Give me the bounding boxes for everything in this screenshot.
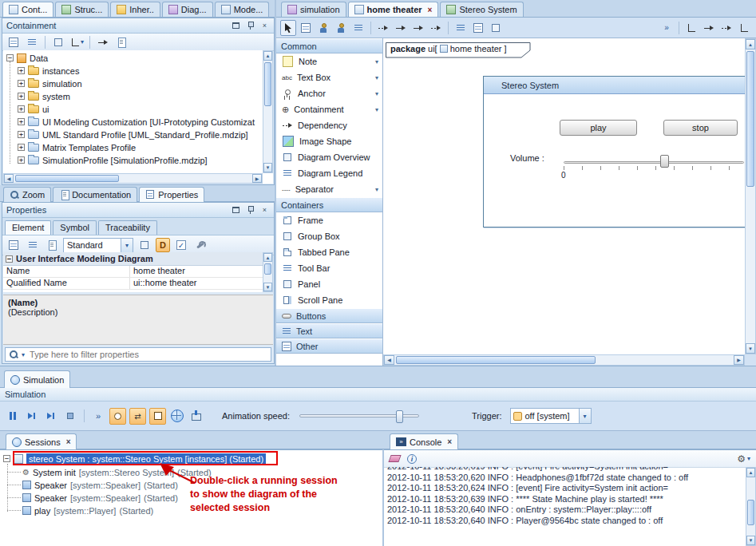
session-root-row[interactable]: − stereo System : system::Stereo System … [3,453,266,465]
expand-toggle-icon[interactable]: + [18,80,25,87]
sort-alphabetically-icon[interactable] [25,237,41,253]
oblique-path-button[interactable] [701,20,717,36]
property-row-name[interactable]: Name home theater [3,266,263,278]
table-button[interactable] [298,20,314,36]
close-tab-icon[interactable]: × [428,6,433,14]
bezier-path-button[interactable] [718,20,734,36]
expand-toggle-icon[interactable]: + [18,156,25,164]
tab-symbol[interactable]: Symbol [53,220,97,235]
chevron-down-icon[interactable]: ▾ [121,239,133,252]
tree-item-data[interactable]: − Data [6,52,48,64]
grid-button[interactable] [470,20,486,36]
palette-item-tabbed-pane[interactable]: Tabbed Pane [276,244,382,260]
form-view-icon[interactable] [44,237,60,253]
tab-zoom[interactable]: Zoom [3,187,51,202]
palette-item-diagram-overview[interactable]: Diagram Overview [276,149,382,165]
session-child-play[interactable]: play [system::Player] (Started) [22,504,153,516]
auto-open-diagram-toggle-button[interactable]: ⇄ [129,408,146,425]
chevron-down-icon[interactable]: ▾ [375,58,378,65]
tree-item-simulation[interactable]: +simulation [18,77,82,89]
expand-toggle-icon[interactable]: + [18,93,25,100]
close-tab-icon[interactable]: × [66,437,71,446]
tree-vertical-scrollbar[interactable]: ▲ ▼ [263,50,273,173]
scroll-thumb[interactable] [264,62,271,106]
palette-group-buttons[interactable]: Buttons [276,308,382,323]
collapse-toggle-icon[interactable]: − [6,54,14,61]
clear-console-icon[interactable] [388,455,401,462]
trigger-combo[interactable]: off [system] ▾ [510,408,592,424]
tree-item-ui[interactable]: +ui [18,103,49,115]
chevron-down-icon[interactable]: ▾ [375,90,378,97]
palette-item-panel[interactable]: Panel [276,276,382,292]
tab-diagram-simulation[interactable]: simulation [281,2,346,17]
show-options-icon[interactable] [24,34,40,50]
dependency-button[interactable] [375,20,391,36]
scroll-thumb[interactable] [396,356,596,364]
tab-console[interactable]: » Console × [390,433,458,449]
palette-item-anchor[interactable]: Anchor▾ [276,85,382,101]
stop-button[interactable]: stop [663,120,738,136]
close-icon[interactable]: × [259,21,270,31]
scroll-thumb[interactable] [747,500,754,525]
association-button[interactable] [393,20,409,36]
diagram-canvas[interactable]: package ui[ home theater ] Stereo System… [383,38,745,354]
scroll-down-button[interactable]: ▼ [263,283,272,291]
tab-inheritance[interactable]: Inher.. [110,2,160,17]
tab-documentation[interactable]: Documentation [53,187,137,202]
tab-containment[interactable]: Cont... [2,2,53,17]
canvas-horizontal-scrollbar[interactable]: ◀ ▶ [383,354,745,366]
more-tools-button[interactable]: » [659,20,675,36]
info-icon[interactable]: i [407,454,417,464]
tree-item-ui-modeling-customization[interactable]: +UI Modeling Customization [UI-Prototypi… [18,116,255,128]
chevron-down-icon[interactable]: ▾ [375,106,378,113]
terminate-button[interactable] [62,408,78,424]
link-icon[interactable] [95,34,111,50]
close-tab-icon[interactable]: × [447,437,452,446]
scroll-thumb[interactable] [15,175,119,182]
generalization-button[interactable] [410,20,426,36]
expand-toggle-icon[interactable]: + [18,67,25,74]
palette-item-group-box[interactable]: Group Box [276,228,382,244]
panel-menu-icon[interactable] [231,21,241,31]
palette-group-text[interactable]: Text [276,323,382,338]
canvas-vertical-scrollbar[interactable]: ▲ ▼ [745,38,756,354]
tab-element[interactable]: Element [5,220,51,235]
scroll-thumb[interactable] [746,51,754,187]
expand-toggle-icon[interactable]: + [18,131,25,138]
palette-item-separator[interactable]: ----Separator▾ [276,181,382,197]
palette-item-scroll-pane[interactable]: Scroll Pane [276,292,382,308]
scroll-right-button[interactable]: ▶ [734,355,744,365]
tab-sessions[interactable]: Sessions × [6,433,77,449]
selection-tool-button[interactable] [280,20,296,36]
scroll-left-button[interactable]: ◀ [384,355,394,365]
palette-group-common[interactable]: Common [276,38,382,53]
path-style-button[interactable] [736,20,752,36]
tab-diagrams[interactable]: Diag... [162,2,213,17]
chevron-down-icon[interactable]: ▾ [579,409,591,423]
properties-filter-box[interactable]: ▾ [5,347,271,362]
property-value[interactable]: home theater [130,266,263,277]
align-button[interactable] [453,20,469,36]
animation-speed-thumb[interactable] [396,410,403,423]
scroll-up-button[interactable]: ▲ [263,253,272,262]
scroll-down-button[interactable]: ▼ [746,343,755,354]
collapse-all-icon[interactable] [6,34,22,50]
properties-section-header[interactable]: − User Interface Modeling Diagram [3,252,263,266]
tree-item-uml-standard-profile[interactable]: +UML Standard Profile [UML_Standard_Prof… [18,129,248,140]
palette-item-diagram-legend[interactable]: Diagram Legend [276,165,382,181]
filter-icon[interactable]: ▾ [69,34,85,50]
scroll-thumb[interactable] [264,263,271,275]
tree-item-instances[interactable]: +instances [18,65,79,77]
tree-horizontal-scrollbar[interactable]: ◀ ▶ [3,173,263,184]
stereo-title-bar[interactable]: Stereo System [484,77,745,94]
console-settings-button[interactable]: ⚙ ▾ [737,454,750,464]
animate-toggle-button[interactable] [109,408,126,425]
scroll-up-button[interactable]: ▲ [746,39,755,49]
console-scrollbar[interactable]: ▲ ▼ [746,467,756,546]
scroll-down-button[interactable]: ▼ [746,536,755,545]
checkbox-icon[interactable]: ✓ [173,237,189,253]
collapse-toggle-icon[interactable]: − [3,455,10,462]
layout-button[interactable] [488,20,504,36]
filter-input[interactable] [28,349,267,360]
palette-group-other[interactable]: Other [276,338,382,354]
